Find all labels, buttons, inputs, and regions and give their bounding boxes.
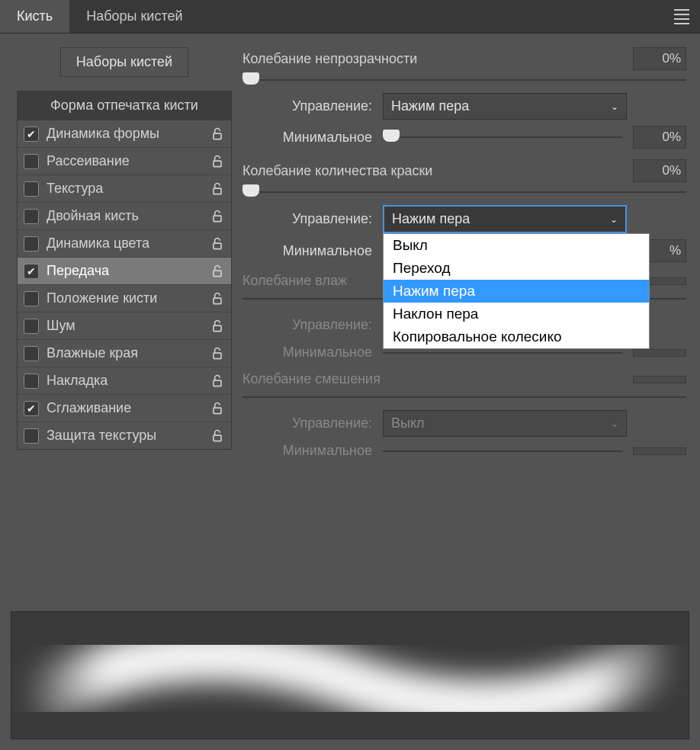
brush-presets-button[interactable]: Наборы кистей [60,47,188,77]
panel-menu-icon[interactable] [663,9,700,24]
flow-jitter-value[interactable]: 0% [633,159,686,182]
dropdown-option[interactable]: Нажим пера [384,280,649,303]
option-label: Двойная кисть [47,208,202,224]
brush-panel: Кисть Наборы кистей Наборы кистей Форма … [0,0,700,750]
opacity-jitter-slider[interactable] [242,75,686,85]
lock-icon[interactable] [210,127,225,142]
option-label: Положение кисти [47,290,202,306]
brush-preview [11,611,689,739]
option-checkbox[interactable] [24,346,39,361]
option-row[interactable]: Защита текстуры [18,422,231,449]
lock-icon[interactable] [210,401,225,416]
lock-icon[interactable] [210,236,225,252]
option-label: Защита текстуры [47,428,202,444]
option-row[interactable]: Шум [18,312,231,340]
dropdown-option[interactable]: Выкл [384,234,649,257]
control2-dropdown[interactable]: Нажим пера ⌄ [383,205,627,233]
option-row[interactable]: Передача [18,258,231,285]
dropdown-option[interactable]: Наклон пера [384,303,649,325]
option-row[interactable]: Двойная кисть [18,203,231,230]
svg-rect-1 [214,161,221,167]
opacity-jitter-value[interactable]: 0% [633,47,686,70]
mix-jitter-label: Колебание смешения [242,371,625,387]
lock-icon[interactable] [210,181,225,197]
opacity-jitter-label: Колебание непрозрачности [242,51,625,67]
control2-label: Управление: [265,211,372,227]
option-row[interactable]: Накладка [18,367,231,395]
control2-dropdown-menu[interactable]: ВыклПереходНажим пераНаклон пераКопирова… [383,233,650,349]
lock-icon[interactable] [210,373,225,389]
minimum4-slider [383,446,622,457]
option-row[interactable]: Сглаживание [18,395,231,422]
svg-rect-7 [214,325,221,332]
tab-brush[interactable]: Кисть [0,0,69,33]
control1-dropdown[interactable]: Нажим пера ⌄ [383,93,627,120]
tab-bar: Кисть Наборы кистей [0,0,700,34]
option-checkbox[interactable] [24,401,39,416]
option-label: Влажные края [47,345,202,361]
minimum4-label: Минимальное [265,443,372,459]
option-row[interactable]: Динамика формы [18,120,231,148]
dropdown-option[interactable]: Копировальное колесико [384,325,649,348]
svg-rect-4 [214,243,221,249]
lock-icon[interactable] [210,428,225,444]
option-checkbox[interactable] [24,428,39,444]
option-row[interactable]: Динамика цвета [18,230,231,258]
option-label: Сглаживание [47,400,202,416]
dropdown-option[interactable]: Переход [384,257,649,280]
option-checkbox[interactable] [24,181,39,197]
option-label: Накладка [47,373,202,389]
svg-rect-10 [214,408,221,414]
minimum1-value[interactable]: 0% [633,126,686,149]
option-row[interactable]: Влажные края [18,340,231,367]
svg-rect-2 [214,188,221,194]
mix-jitter-value [633,376,686,383]
mix-jitter-slider [242,392,686,402]
svg-rect-5 [214,271,221,277]
option-row[interactable]: Рассеивание [18,148,231,175]
control1-label: Управление: [265,98,372,114]
svg-rect-0 [214,133,221,139]
brush-options-list: Форма отпечатка кисти Динамика формыРасс… [17,91,232,450]
flow-jitter-slider[interactable] [242,187,686,197]
panel-content: Наборы кистей Форма отпечатка кисти Дина… [0,34,700,611]
lock-icon[interactable] [210,209,225,224]
minimum2-label: Минимальное [265,243,372,259]
minimum1-label: Минимальное [265,130,372,146]
option-checkbox[interactable] [24,127,39,142]
option-row[interactable]: Положение кисти [18,285,231,312]
lock-icon[interactable] [210,154,225,169]
option-checkbox[interactable] [24,236,39,252]
control4-label: Управление: [265,415,372,431]
minimum3-value [633,349,686,357]
minimum4-value [633,447,686,455]
option-label: Передача [47,263,202,279]
lock-icon[interactable] [210,319,225,334]
flow-jitter-label: Колебание количества краски [242,163,625,179]
svg-rect-6 [214,298,221,304]
lock-icon[interactable] [210,291,225,306]
option-row[interactable]: Текстура [18,175,231,203]
options-header[interactable]: Форма отпечатка кисти [18,91,231,120]
right-column: Колебание непрозрачности 0% Управление: … [242,47,686,598]
option-checkbox[interactable] [24,319,39,334]
svg-rect-8 [214,353,221,359]
option-checkbox[interactable] [24,291,39,306]
control3-label: Управление: [265,317,372,333]
option-label: Динамика формы [47,126,202,142]
option-checkbox[interactable] [24,264,39,279]
option-checkbox[interactable] [24,154,39,169]
lock-icon[interactable] [210,264,225,279]
tab-brush-presets[interactable]: Наборы кистей [69,0,199,33]
option-label: Рассеивание [47,153,202,169]
chevron-down-icon: ⌄ [611,418,618,429]
option-checkbox[interactable] [24,209,39,224]
option-checkbox[interactable] [24,373,39,389]
minimum1-slider[interactable] [383,132,622,143]
svg-rect-3 [214,216,221,222]
lock-icon[interactable] [210,346,225,361]
control4-dropdown: Выкл ⌄ [383,410,627,437]
option-label: Динамика цвета [47,236,202,252]
option-label: Шум [47,318,202,334]
minimum3-label: Минимальное [265,345,372,361]
